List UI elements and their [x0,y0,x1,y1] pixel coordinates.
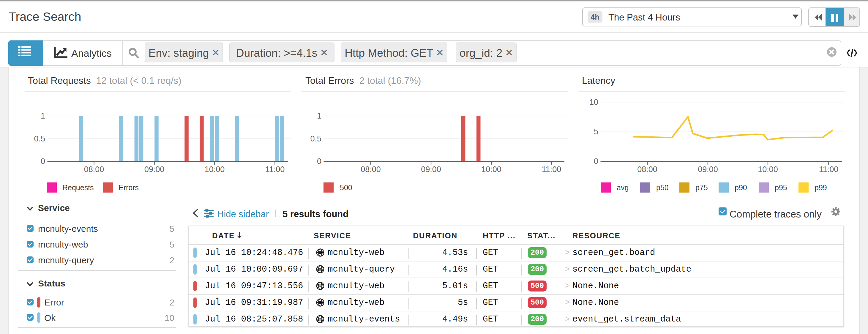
svg-text:09:00: 09:00 [144,165,164,174]
svg-text:500: 500 [340,183,352,192]
svg-text:08:00: 08:00 [637,165,657,174]
svg-text:0: 0 [594,157,598,166]
svg-text:5: 5 [594,127,598,136]
svg-text:Errors: Errors [119,183,139,192]
svg-text:08:00: 08:00 [361,165,381,174]
svg-text:10:00: 10:00 [481,165,501,174]
svg-text:0.5: 0.5 [310,134,321,143]
svg-text:09:00: 09:00 [698,165,718,174]
svg-text:p75: p75 [695,183,708,192]
svg-text:08:00: 08:00 [84,165,104,174]
svg-text:p50: p50 [656,183,669,192]
svg-text:10:00: 10:00 [758,165,778,174]
svg-text:avg: avg [617,183,628,192]
svg-text:0: 0 [317,157,321,166]
svg-text:0.5: 0.5 [34,134,45,143]
svg-text:1: 1 [317,112,321,120]
svg-text:1: 1 [41,112,45,120]
svg-text:11:00: 11:00 [542,165,561,174]
svg-text:10: 10 [589,98,598,107]
svg-text:09:00: 09:00 [421,165,441,174]
svg-text:0: 0 [41,157,45,166]
svg-text:11:00: 11:00 [265,165,285,174]
svg-text:p95: p95 [775,183,787,192]
svg-text:Requests: Requests [62,183,94,192]
svg-text:10:00: 10:00 [205,165,225,174]
svg-text:p99: p99 [814,183,827,192]
svg-text:11:00: 11:00 [819,165,839,174]
svg-text:p90: p90 [735,183,747,192]
